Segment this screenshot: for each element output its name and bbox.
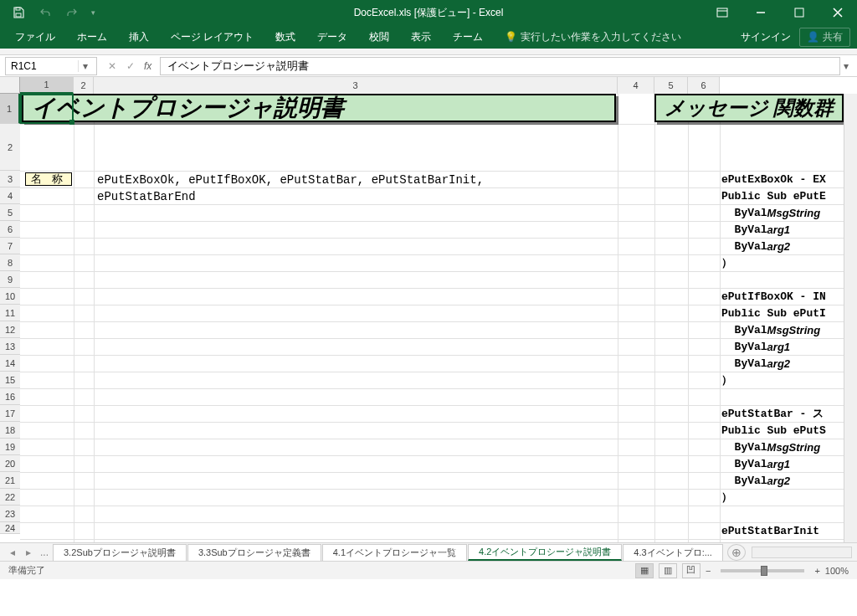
row-header-4[interactable]: 4 [0, 187, 20, 204]
side-arg: ByVal arg1 [720, 221, 844, 238]
tab-insert[interactable]: 挿入 [121, 27, 157, 48]
row-header-17[interactable]: 17 [0, 405, 20, 422]
row-header-11[interactable]: 11 [0, 305, 20, 321]
side-sub: Public Sub ePutI [720, 305, 844, 321]
formula-expand-icon[interactable]: ▾ [844, 60, 857, 72]
row-header-5[interactable]: 5 [0, 204, 20, 221]
worksheet-grid[interactable]: 1 2 3 4 5 6 1 2 3 4 5 6 7 8 9 10 11 12 1… [0, 77, 857, 542]
tab-data[interactable]: データ [309, 27, 356, 48]
view-normal-icon[interactable]: ▦ [635, 563, 654, 578]
tab-pagelayout[interactable]: ページ レイアウト [162, 27, 262, 48]
cells-region[interactable]: イベントプロシージャ説明書 メッセージ 関数群 名 称 ePutExBoxOk,… [20, 94, 844, 542]
side-block-1: ePutExBoxOk - EX Public Sub ePutE ByVal … [720, 171, 844, 271]
side-head: ePutIfBoxOK - IN [720, 288, 844, 305]
side-sub: Public Sub ePutS [720, 422, 844, 439]
tab-nav-prev-icon[interactable]: ▸ [21, 545, 36, 560]
row-header-16[interactable]: 16 [0, 388, 20, 405]
row-header-20[interactable]: 20 [0, 455, 20, 472]
sheet-tab[interactable]: 4.3イベントプロ: ... [623, 544, 723, 561]
row-header-21[interactable]: 21 [0, 472, 20, 489]
namebox-value: R1C1 [11, 60, 37, 72]
tab-home[interactable]: ホーム [69, 27, 115, 48]
share-button[interactable]: 👤 共有 [799, 28, 850, 47]
col-header-5[interactable]: 5 [654, 77, 688, 94]
zoom-thumb[interactable] [761, 566, 767, 576]
ribbon-display-icon[interactable] [703, 0, 742, 25]
formula-input[interactable]: イベントプロシージャ説明書 [160, 57, 840, 75]
row-header-24[interactable]: 24 [0, 522, 20, 534]
row-header-19[interactable]: 19 [0, 439, 20, 455]
tab-nav-first-icon[interactable]: ◂ [5, 545, 20, 560]
col-header-2[interactable]: 2 [74, 77, 94, 94]
tellme-search[interactable]: 💡 実行したい作業を入力してください [505, 30, 681, 44]
horizontal-scrollbar[interactable] [752, 547, 852, 558]
save-icon[interactable] [7, 1, 30, 24]
close-icon[interactable] [819, 0, 857, 25]
redo-icon[interactable] [60, 1, 84, 24]
zoom-in-button[interactable]: + [814, 566, 819, 576]
tab-review[interactable]: 校閲 [361, 27, 398, 48]
row-header-1[interactable]: 1 [0, 94, 20, 124]
side-block-4: ePutStatBarInit [720, 522, 844, 539]
ribbon-collapsed [0, 49, 857, 55]
enter-icon[interactable]: ✓ [122, 60, 139, 72]
label-name: 名 称 [25, 172, 72, 186]
sheet-tab-bar: ◂ ▸ ... 3.2Subプロシージャ説明書 3.3Subプロシージャ定義書 … [0, 542, 857, 561]
titlebar: ▾ DocExcel.xls [保護ビュー] - Excel [0, 0, 857, 25]
svg-rect-0 [16, 8, 20, 10]
tab-more-left[interactable]: ... [37, 545, 52, 560]
row-header-3[interactable]: 3 [0, 171, 20, 187]
side-arg: ByVal ByVal MsgStringMsgString [720, 204, 844, 221]
name-box[interactable]: R1C1 ▾ [5, 57, 97, 75]
side-head: ePutStatBar - ス [720, 405, 844, 422]
row-header-22[interactable]: 22 [0, 489, 20, 506]
row-header-12[interactable]: 12 [0, 321, 20, 338]
tab-team[interactable]: チーム [444, 27, 491, 48]
row-header-14[interactable]: 14 [0, 355, 20, 372]
side-sub: Public Sub ePutE [720, 187, 844, 204]
sheet-tab-active[interactable]: 4.2イベントプロシージャ説明書 [468, 544, 622, 561]
select-all-corner[interactable] [0, 77, 20, 94]
side-arg: ByVal arg2 [720, 238, 844, 254]
col-header-4[interactable]: 4 [618, 77, 654, 94]
fx-icon[interactable]: fx [141, 60, 155, 72]
zoom-level[interactable]: 100% [825, 566, 849, 576]
sheet-tab[interactable]: 3.2Subプロシージャ説明書 [53, 544, 187, 561]
tab-formulas[interactable]: 数式 [267, 27, 304, 48]
row-header-7[interactable]: 7 [0, 238, 20, 254]
namebox-dropdown-icon[interactable]: ▾ [78, 60, 91, 72]
row-header-9[interactable]: 9 [0, 271, 20, 288]
new-sheet-icon[interactable]: ⊕ [727, 544, 746, 561]
row-header-15[interactable]: 15 [0, 372, 20, 388]
col-header-3[interactable]: 3 [94, 77, 618, 94]
cancel-icon[interactable]: ✕ [104, 60, 121, 72]
col-header-1[interactable]: 1 [20, 77, 74, 94]
signin-link[interactable]: サインイン [741, 30, 791, 44]
maximize-icon[interactable] [780, 0, 819, 25]
tellme-placeholder: 実行したい作業を入力してください [521, 30, 681, 44]
view-pagelayout-icon[interactable]: ▥ [659, 563, 677, 578]
row-header-2[interactable]: 2 [0, 124, 20, 171]
vertical-scrollbar[interactable] [844, 94, 857, 542]
view-pagebreak-icon[interactable]: 凹 [682, 563, 700, 578]
content-line-2: ePutStatBarEnd [97, 190, 196, 203]
undo-icon[interactable] [33, 1, 57, 24]
sheet-tab[interactable]: 4.1イベントプロシージャ一覧 [322, 544, 467, 561]
sheet-tab[interactable]: 3.3Subプロシージャ定義書 [187, 544, 321, 561]
tab-file[interactable]: ファイル [7, 27, 64, 48]
row-header-13[interactable]: 13 [0, 338, 20, 355]
row-header-23[interactable]: 23 [0, 506, 20, 522]
col-header-6[interactable]: 6 [688, 77, 720, 94]
qat-customize-icon[interactable]: ▾ [87, 1, 99, 24]
side-close: ） [720, 489, 844, 506]
minimize-icon[interactable] [742, 0, 780, 25]
zoom-out-button[interactable]: − [706, 566, 711, 576]
row-header-10[interactable]: 10 [0, 288, 20, 305]
side-head: ePutExBoxOk - EX [720, 171, 844, 187]
window-title: DocExcel.xls [保護ビュー] - Excel [354, 6, 504, 20]
row-header-6[interactable]: 6 [0, 221, 20, 238]
row-header-8[interactable]: 8 [0, 254, 20, 271]
row-header-18[interactable]: 18 [0, 422, 20, 439]
zoom-slider[interactable] [721, 569, 804, 572]
tab-view[interactable]: 表示 [403, 27, 439, 48]
